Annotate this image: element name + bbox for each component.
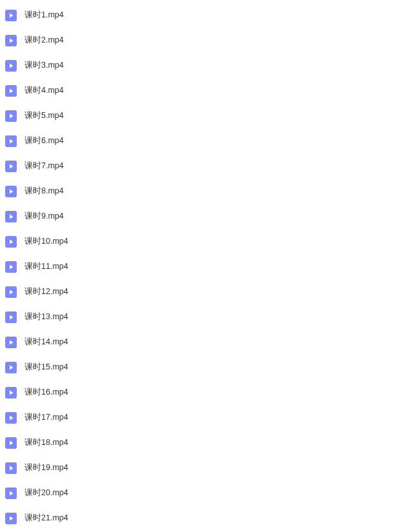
file-name-label: 课时14.mp4 bbox=[25, 337, 68, 348]
file-item[interactable]: 课时9.mp4 bbox=[5, 204, 391, 229]
file-name-label: 课时19.mp4 bbox=[25, 462, 68, 473]
video-file-icon bbox=[5, 437, 17, 449]
file-item[interactable]: 课时11.mp4 bbox=[5, 254, 391, 279]
video-file-icon bbox=[5, 186, 17, 197]
video-file-icon bbox=[5, 161, 17, 172]
file-name-label: 课时10.mp4 bbox=[25, 236, 68, 247]
video-file-icon bbox=[5, 10, 17, 21]
video-file-icon bbox=[5, 211, 17, 222]
file-item[interactable]: 课时15.mp4 bbox=[5, 355, 391, 380]
video-file-icon bbox=[5, 311, 17, 323]
file-item[interactable]: 课时19.mp4 bbox=[5, 455, 391, 480]
video-file-icon bbox=[5, 513, 17, 524]
file-name-label: 课时2.mp4 bbox=[25, 35, 64, 46]
file-item[interactable]: 课时3.mp4 bbox=[5, 53, 391, 78]
video-file-icon bbox=[5, 412, 17, 424]
file-item[interactable]: 课时1.mp4 bbox=[5, 3, 391, 28]
file-item[interactable]: 课时7.mp4 bbox=[5, 153, 391, 179]
video-file-icon bbox=[5, 236, 17, 248]
file-name-label: 课时20.mp4 bbox=[25, 488, 68, 498]
video-file-icon bbox=[5, 337, 17, 348]
file-item[interactable]: 课时20.mp4 bbox=[5, 480, 391, 506]
file-name-label: 课时21.mp4 bbox=[25, 513, 68, 524]
file-name-label: 课时12.mp4 bbox=[25, 286, 68, 297]
file-item[interactable]: 课时13.mp4 bbox=[5, 304, 391, 330]
file-name-label: 课时1.mp4 bbox=[25, 10, 64, 21]
video-file-icon bbox=[5, 462, 17, 474]
video-file-icon bbox=[5, 60, 17, 72]
video-file-icon bbox=[5, 35, 17, 46]
file-item[interactable]: 课时14.mp4 bbox=[5, 330, 391, 355]
file-name-label: 课时4.mp4 bbox=[25, 85, 64, 96]
file-name-label: 课时18.mp4 bbox=[25, 437, 68, 448]
file-name-label: 课时15.mp4 bbox=[25, 362, 68, 373]
file-item[interactable]: 课时10.mp4 bbox=[5, 229, 391, 254]
video-file-icon bbox=[5, 135, 17, 147]
file-item[interactable]: 课时5.mp4 bbox=[5, 103, 391, 128]
file-name-label: 课时8.mp4 bbox=[25, 186, 64, 197]
file-name-label: 课时9.mp4 bbox=[25, 211, 64, 222]
file-name-label: 课时3.mp4 bbox=[25, 60, 64, 71]
file-item[interactable]: 课时4.mp4 bbox=[5, 78, 391, 103]
file-item[interactable]: 课时8.mp4 bbox=[5, 179, 391, 204]
file-item[interactable]: 课时17.mp4 bbox=[5, 405, 391, 430]
file-name-label: 课时16.mp4 bbox=[25, 387, 68, 398]
file-name-label: 课时17.mp4 bbox=[25, 412, 68, 423]
video-file-icon bbox=[5, 261, 17, 273]
file-item[interactable]: 课时18.mp4 bbox=[5, 430, 391, 455]
file-name-label: 课时5.mp4 bbox=[25, 110, 64, 121]
file-list: 课时1.mp4 课时2.mp4 课时3.mp4 课时4.mp4 课时5.mp4 … bbox=[5, 3, 391, 531]
video-file-icon bbox=[5, 85, 17, 97]
file-item[interactable]: 课时6.mp4 bbox=[5, 128, 391, 153]
file-item[interactable]: 课时21.mp4 bbox=[5, 506, 391, 531]
file-name-label: 课时6.mp4 bbox=[25, 135, 64, 146]
file-item[interactable]: 课时16.mp4 bbox=[5, 380, 391, 405]
file-item[interactable]: 课时12.mp4 bbox=[5, 279, 391, 304]
file-item[interactable]: 课时2.mp4 bbox=[5, 28, 391, 53]
file-name-label: 课时7.mp4 bbox=[25, 161, 64, 172]
video-file-icon bbox=[5, 387, 17, 399]
video-file-icon bbox=[5, 488, 17, 499]
file-name-label: 课时13.mp4 bbox=[25, 311, 68, 322]
video-file-icon bbox=[5, 362, 17, 373]
video-file-icon bbox=[5, 110, 17, 122]
video-file-icon bbox=[5, 286, 17, 298]
file-name-label: 课时11.mp4 bbox=[25, 261, 68, 272]
